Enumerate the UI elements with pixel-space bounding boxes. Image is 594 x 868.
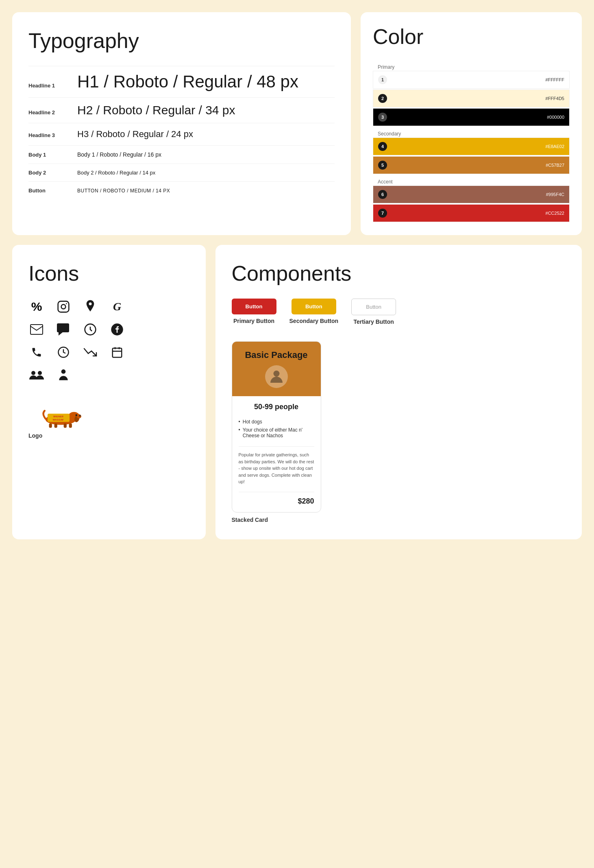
calendar-icon — [109, 344, 125, 360]
svg-point-19 — [79, 415, 81, 417]
typo-row-h1: Headline 1 H1 / Roboto / Regular / 48 px — [28, 66, 335, 97]
svg-text:WIENER: WIENER — [53, 415, 64, 418]
color-num-2: 2 — [378, 94, 387, 103]
svg-point-13 — [38, 371, 42, 375]
color-swatch-5: 5 #C57B27 — [373, 156, 570, 174]
secondary-button-container: Button Secondary Button — [289, 299, 339, 324]
primary-button-label: Primary Button — [233, 318, 274, 324]
svg-rect-0 — [58, 301, 69, 312]
package-description: Popular for private gatherings, such as … — [239, 446, 314, 485]
typo-row-body2: Body 2 Body 2 / Roboto / Regular / 14 px — [28, 164, 335, 181]
icons-card: Icons % G — [12, 245, 206, 539]
color-swatch-4: 4 #E8AE02 — [373, 137, 570, 155]
components-card: Components Button Primary Button Button … — [215, 245, 582, 539]
color-hex-5: #C57B27 — [546, 163, 564, 168]
color-title: Color — [373, 24, 570, 49]
logo-label: Logo — [28, 432, 189, 439]
typo-label-body2: Body 2 — [28, 170, 77, 176]
typo-row-button: Button BUTTON / Roboto / Medium / 14 px — [28, 181, 335, 199]
typography-title: Typography — [28, 28, 335, 53]
stacked-card-container: Basic Package 50-99 people Hot dogs Your… — [232, 341, 566, 523]
mail-icon — [28, 321, 45, 338]
facebook-icon — [109, 321, 125, 338]
primary-button-container: Button Primary Button — [232, 299, 276, 324]
color-num-7: 7 — [378, 209, 387, 218]
package-card-header: Basic Package — [232, 342, 321, 396]
color-swatch-3: 3 #000000 — [373, 108, 570, 126]
color-hex-1: #FFFFFF — [546, 77, 564, 82]
person-icon — [55, 367, 72, 383]
person-avatar-icon — [269, 369, 284, 384]
svg-rect-23 — [64, 423, 67, 428]
secondary-button-label: Secondary Button — [289, 318, 339, 324]
color-hex-7: #CC2522 — [546, 211, 564, 216]
group-icon — [28, 367, 45, 383]
svg-point-2 — [66, 303, 67, 304]
svg-rect-3 — [30, 325, 43, 334]
clock-icon — [55, 344, 72, 360]
svg-point-28 — [273, 371, 279, 377]
typo-row-body1: Body 1 Body 1 / Roboto / Regular / 16 px — [28, 145, 335, 164]
package-people: 50-99 people — [239, 403, 314, 411]
button-row: Button Primary Button Button Secondary B… — [232, 299, 566, 325]
typo-text-h1: H1 / Roboto / Regular / 48 px — [77, 72, 298, 92]
typo-text-h3: H3 / Roboto / Regular / 24 px — [77, 129, 193, 140]
phone-icon — [28, 344, 45, 360]
package-avatar — [265, 365, 288, 388]
svg-point-1 — [61, 305, 66, 309]
typo-label-h1: Headline 1 — [28, 83, 77, 89]
primary-button[interactable]: Button — [232, 299, 276, 314]
package-items: Hot dogs Your choice of either Mac n' Ch… — [239, 418, 314, 440]
typo-row-h3: Headline 3 H3 / Roboto / Regular / 24 px — [28, 123, 335, 145]
color-swatch-6: 6 #995F4C — [373, 185, 570, 203]
typo-row-h2: Headline 2 H2 / Roboto / Regular / 34 px — [28, 97, 335, 123]
color-num-6: 6 — [378, 190, 387, 199]
package-card-title: Basic Package — [245, 350, 307, 360]
chat-icon — [55, 321, 72, 338]
package-card-body: 50-99 people Hot dogs Your choice of eit… — [232, 396, 321, 512]
typo-label-h2: Headline 2 — [28, 109, 77, 116]
color-num-3: 3 — [378, 113, 387, 122]
tertiary-button[interactable]: Button — [351, 299, 396, 315]
svg-point-12 — [31, 371, 35, 375]
typo-label-body1: Body 1 — [28, 152, 77, 158]
color-swatch-1: 1 #FFFFFF — [373, 71, 570, 89]
color-swatch-2: 2 #FFF4D5 — [373, 89, 570, 107]
secondary-button[interactable]: Button — [292, 299, 336, 314]
typo-text-button: BUTTON / Roboto / Medium / 14 px — [77, 188, 170, 194]
package-item-1: Hot dogs — [239, 418, 314, 426]
trending-down-icon — [82, 344, 98, 360]
svg-rect-22 — [54, 423, 57, 428]
typo-label-button: Button — [28, 188, 77, 194]
instagram-icon — [55, 299, 72, 315]
percent-icon: % — [28, 299, 45, 315]
color-hex-3: #000000 — [547, 115, 564, 120]
color-num-5: 5 — [378, 161, 387, 170]
color-hex-4: #E8AE02 — [546, 144, 564, 149]
package-card: Basic Package 50-99 people Hot dogs Your… — [232, 341, 321, 513]
yelp-icon — [82, 321, 98, 338]
location-icon — [82, 299, 98, 315]
svg-rect-24 — [69, 423, 72, 428]
package-price: $280 — [239, 492, 314, 506]
package-item-2: Your choice of either Mac n' Cheese or N… — [239, 426, 314, 440]
svg-point-14 — [61, 369, 66, 374]
svg-rect-21 — [49, 423, 52, 428]
icon-grid: % G — [28, 299, 189, 383]
svg-point-20 — [76, 414, 77, 416]
typo-text-h2: H2 / Roboto / Regular / 34 px — [77, 103, 235, 117]
logo-section: WIENER WAGGIN' Logo — [28, 403, 189, 439]
tertiary-button-label: Tertiary Button — [353, 318, 394, 325]
typo-text-body2: Body 2 / Roboto / Regular / 14 px — [77, 170, 155, 176]
tertiary-button-container: Button Tertiary Button — [351, 299, 396, 325]
svg-rect-8 — [113, 348, 122, 358]
components-title: Components — [232, 261, 566, 286]
typography-card: Typography Headline 1 H1 / Roboto / Regu… — [12, 12, 351, 235]
logo-image: WIENER WAGGIN' — [28, 403, 81, 429]
color-swatch-7: 7 #CC2522 — [373, 204, 570, 222]
color-hex-6: #995F4C — [546, 192, 564, 197]
color-secondary-label: Secondary — [373, 129, 570, 137]
color-card: Color Primary 1 #FFFFFF 2 #FFF4D5 3 #000… — [361, 12, 582, 235]
google-icon: G — [109, 299, 125, 315]
svg-text:WAGGIN': WAGGIN' — [53, 419, 64, 421]
